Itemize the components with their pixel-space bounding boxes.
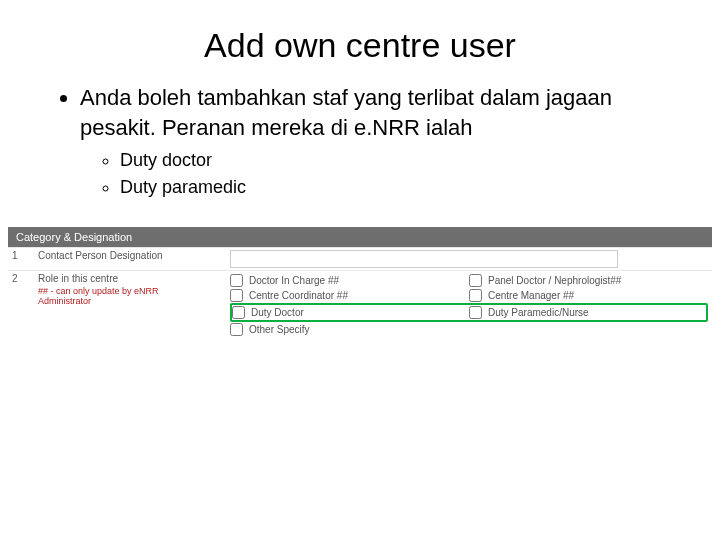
row-number: 2 [12,273,38,284]
checkbox-centre-coordinator[interactable] [230,289,243,302]
checkbox-panel-doctor[interactable] [469,274,482,287]
row-number: 1 [12,250,38,261]
bullet-main: Anda boleh tambahkan staf yang terlibat … [80,83,680,142]
highlighted-row: Duty Doctor Duty Paramedic/Nurse [230,303,708,322]
bullet-sub-2: Duty paramedic [120,175,680,199]
option-doctor-in-charge: Doctor In Charge ## [249,275,339,286]
row-contact-designation: 1 Contact Person Designation [8,247,712,270]
option-centre-coordinator: Centre Coordinator ## [249,290,348,301]
checkbox-other-specify[interactable] [230,323,243,336]
option-duty-paramedic: Duty Paramedic/Nurse [488,307,589,318]
admin-note: ## - can only update by eNRR Administrat… [38,286,208,306]
option-duty-doctor: Duty Doctor [251,307,304,318]
row-label: Contact Person Designation [38,250,230,261]
section-header: Category & Designation [8,227,712,247]
checkbox-duty-paramedic[interactable] [469,306,482,319]
bullet-sub-1: Duty doctor [120,148,680,172]
page-title: Add own centre user [40,26,680,65]
option-centre-manager: Centre Manager ## [488,290,574,301]
checkbox-doctor-in-charge[interactable] [230,274,243,287]
form-screenshot: Category & Designation 1 Contact Person … [8,227,712,339]
row-role-in-centre: 2 Role in this centre ## - can only upda… [8,270,712,339]
row-label: Role in this centre [38,273,118,284]
contact-designation-input[interactable] [230,250,618,268]
checkbox-centre-manager[interactable] [469,289,482,302]
checkbox-duty-doctor[interactable] [232,306,245,319]
option-panel-doctor: Panel Doctor / Nephrologist## [488,275,621,286]
option-other-specify: Other Specify [249,324,310,335]
